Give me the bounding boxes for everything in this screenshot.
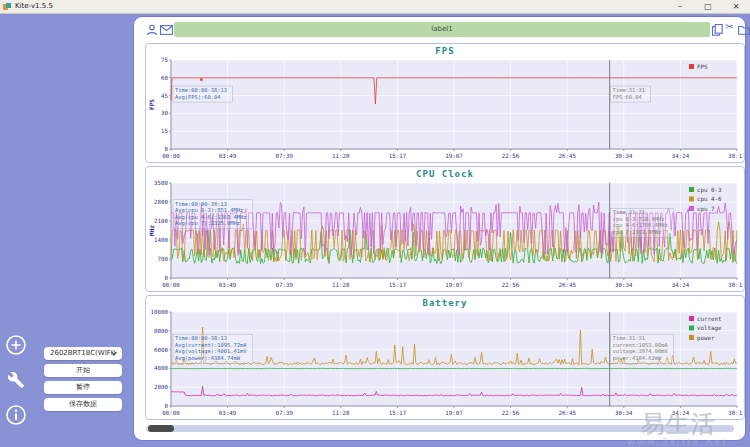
svg-text:Time:00:00-38:13: Time:00:00-38:13 [175,87,227,93]
svg-text:4000: 4000 [154,365,168,371]
svg-text:30:34: 30:34 [615,153,633,159]
svg-text:power: power [697,335,715,342]
svg-text:38:13: 38:13 [728,282,743,288]
svg-text:6000: 6000 [154,347,168,353]
scrollbar-thumb[interactable] [148,425,174,432]
user-icon[interactable] [146,24,158,36]
svg-text:26:45: 26:45 [558,153,576,159]
app-icon [3,3,11,11]
svg-text:cpu 7:2342.4MHz: cpu 7:2342.4MHz [613,229,662,236]
svg-text:30: 30 [161,110,168,116]
svg-text:00:00: 00:00 [162,153,180,159]
scissors-icon[interactable]: ✂ [725,21,733,32]
battery-chart-canvas[interactable]: 020004000600080001000000:0003:4907:3911:… [147,309,743,417]
settings-button[interactable] [5,369,27,391]
svg-text:FPS: FPS [148,99,155,110]
svg-text:2000: 2000 [154,384,168,390]
svg-text:11:28: 11:28 [332,282,350,288]
svg-text:1400: 1400 [154,237,168,243]
session-label-bar[interactable]: label1 [174,22,710,37]
svg-text:FPS:60.04: FPS:60.04 [613,94,642,100]
svg-text:15:17: 15:17 [389,282,407,288]
svg-text:Time:31:31: Time:31:31 [613,87,645,93]
svg-text:26:45: 26:45 [558,410,576,416]
svg-text:00:00: 00:00 [162,410,180,416]
svg-text:15: 15 [161,128,168,134]
window-title: Kite-v1.5.5 [15,0,53,13]
svg-text:Time:00:00-38:13: Time:00:00-38:13 [175,335,227,341]
svg-text:07:39: 07:39 [275,153,293,159]
svg-text:Time:00:00-38:13: Time:00:00-38:13 [175,201,227,207]
svg-text:22:56: 22:56 [502,282,520,288]
svg-text:03:49: 03:49 [219,410,237,416]
svg-text:700: 700 [158,256,169,262]
svg-text:30:34: 30:34 [615,410,633,416]
cpu-chart-title: CPU Clock [146,167,744,180]
svg-text:38:13: 38:13 [728,410,743,416]
cpu-chart-panel: CPU Clock 0700140021002800350000:0003:49… [145,166,745,292]
svg-text:19:07: 19:07 [445,153,463,159]
svg-text:19:07: 19:07 [445,282,463,288]
svg-text:power:4184.62mW: power:4184.62mW [613,355,662,362]
battery-chart-panel: Battery 020004000600080001000000:0003:49… [145,295,745,420]
app-window: Kite-v1.5.5 – □ ✕ 2602BRT18C(WIFI) 开始 暂停… [0,0,750,447]
svg-text:Avg(power):4384.74mW: Avg(power):4384.74mW [175,355,241,362]
horizontal-scrollbar[interactable] [146,425,734,432]
svg-text:Avg(cpu 7):2325.9MHz: Avg(cpu 7):2325.9MHz [175,220,240,227]
svg-text:03:49: 03:49 [219,153,237,159]
save-data-button[interactable]: 保存数据 [44,398,122,411]
svg-text:0: 0 [165,403,169,409]
svg-text:voltage: voltage [697,325,722,332]
start-button[interactable]: 开始 [44,364,122,377]
svg-text:cpu 4-6: cpu 4-6 [697,196,722,203]
mail-icon[interactable] [160,25,173,35]
folder-icon[interactable] [738,24,750,35]
svg-text:cpu 7: cpu 7 [697,206,715,213]
device-select[interactable]: 2602BRT18C(WIFI) [44,347,122,360]
svg-text:FPS: FPS [697,64,708,70]
svg-text:60: 60 [161,75,168,81]
svg-text:38:13: 38:13 [728,153,743,159]
fps-chart-title: FPS [146,44,744,57]
add-button[interactable] [5,334,27,356]
svg-text:11:28: 11:28 [332,410,350,416]
fps-chart-canvas[interactable]: 0153045607500:0003:4907:3911:2815:1719:0… [147,57,743,160]
device-select-value: 2602BRT18C(WIFI) [50,349,116,357]
svg-text:22:56: 22:56 [502,153,520,159]
svg-text:75: 75 [161,57,168,63]
svg-text:45: 45 [161,93,168,99]
svg-text:cpu 0-3: cpu 0-3 [697,187,722,194]
svg-text:Avg(FPS):60.04: Avg(FPS):60.04 [175,94,220,101]
maximize-button[interactable]: □ [694,0,722,13]
wrench-icon [8,372,24,388]
cpu-chart-canvas[interactable]: 0700140021002800350000:0003:4907:3911:28… [147,180,743,289]
svg-text:07:39: 07:39 [275,282,293,288]
svg-text:10000: 10000 [151,309,169,315]
svg-text:Time:31:31: Time:31:31 [613,209,645,215]
svg-text:0: 0 [165,146,169,152]
svg-text:07:39: 07:39 [275,410,293,416]
svg-text:Time:31:31: Time:31:31 [613,335,645,341]
svg-text:30:34: 30:34 [615,282,633,288]
svg-text:8000: 8000 [154,328,168,334]
close-button[interactable]: ✕ [722,0,750,13]
svg-text:34:24: 34:24 [672,153,690,159]
svg-text:2100: 2100 [154,218,168,224]
minimize-button[interactable]: – [666,0,694,13]
svg-text:11:28: 11:28 [332,153,350,159]
chevron-down-icon [111,351,117,356]
svg-text:MHz: MHz [148,225,155,236]
pause-button[interactable]: 暂停 [44,381,122,394]
svg-text:00:00: 00:00 [162,282,180,288]
svg-text:03:49: 03:49 [219,282,237,288]
svg-text:current:1053.00mA: current:1053.00mA [613,342,669,348]
svg-text:34:24: 34:24 [672,282,690,288]
svg-text:19:07: 19:07 [445,410,463,416]
svg-text:15:17: 15:17 [389,153,407,159]
svg-text:26:45: 26:45 [558,282,576,288]
svg-text:22:56: 22:56 [502,410,520,416]
svg-text:0: 0 [165,275,169,281]
copy-icon[interactable] [712,24,723,36]
info-button[interactable] [5,404,27,426]
battery-chart-title: Battery [146,296,744,309]
